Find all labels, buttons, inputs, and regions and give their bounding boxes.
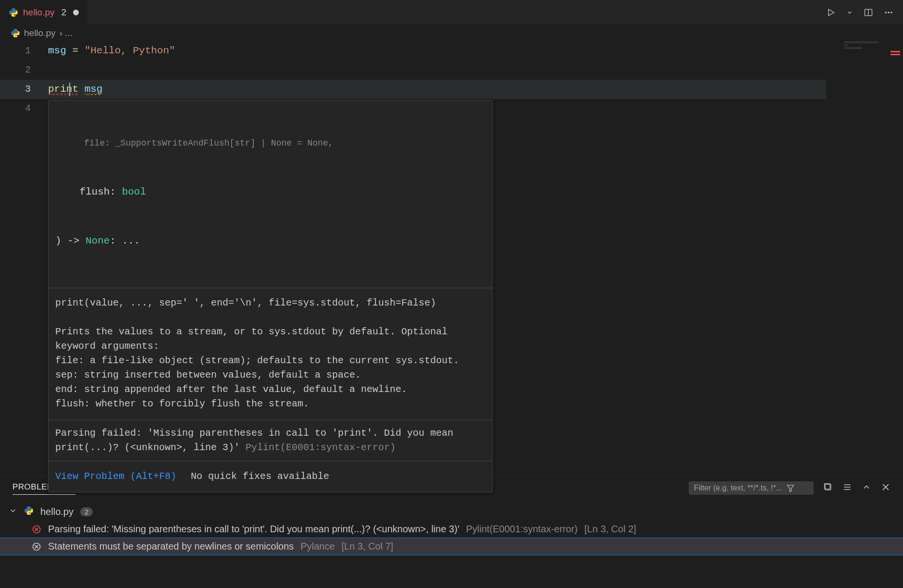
code-content[interactable]: msg = "Hello, Python" print msg file: _S… [48, 41, 903, 118]
run-icon[interactable] [826, 8, 836, 17]
chevron-down-icon [9, 506, 17, 517]
tab-filename: hello.py [23, 7, 55, 18]
problems-filter-input[interactable]: Filter (e.g. text, **/*.ts, !*... [689, 481, 814, 495]
editor-tab[interactable]: hello.py 2 [0, 0, 88, 24]
hover-signature: file: _SupportsWriteAndFlush[str] | None… [49, 100, 492, 288]
python-icon [11, 28, 20, 38]
breadcrumb[interactable]: hello.py › ... [0, 25, 903, 41]
problem-item[interactable]: Parsing failed: 'Missing parentheses in … [9, 521, 894, 538]
tab-dirty-indicator [73, 10, 79, 15]
problems-file-name: hello.py [40, 506, 74, 517]
problems-file-row[interactable]: hello.py 2 [9, 503, 894, 521]
code-line-3[interactable]: print msg [48, 80, 903, 99]
hover-error: Parsing failed: 'Missing parentheses in … [49, 420, 492, 461]
tab-problem-count: 2 [60, 7, 69, 18]
python-icon [9, 8, 18, 17]
editor-actions [826, 0, 903, 24]
hover-status-bar: View Problem (Alt+F8) No quick fixes ava… [49, 461, 492, 492]
svg-point-3 [885, 12, 887, 13]
svg-point-5 [891, 12, 892, 13]
filter-icon [786, 484, 795, 492]
problems-list: hello.py 2 Parsing failed: 'Missing pare… [0, 500, 903, 558]
hover-documentation: print(value, ..., sep=' ', end='\n', fil… [49, 288, 492, 420]
error-icon [32, 542, 41, 551]
problem-item[interactable]: Statements must be separated by newlines… [0, 538, 903, 555]
problems-file-count: 2 [80, 507, 93, 516]
text-cursor [69, 83, 70, 96]
line-gutter: 1 2 3 4 [0, 41, 43, 118]
error-icon [32, 525, 41, 534]
split-editor-icon[interactable] [864, 8, 873, 17]
svg-marker-0 [829, 9, 834, 15]
panel-close-icon[interactable] [881, 482, 891, 494]
hover-tooltip[interactable]: file: _SupportsWriteAndFlush[str] | None… [48, 100, 493, 492]
bottom-panel: PROBLEMS 2 OUTPUT TERMINAL Filter (e.g. … [0, 476, 903, 588]
svg-point-4 [888, 12, 890, 13]
minimap[interactable] [844, 41, 902, 70]
python-icon [24, 506, 34, 518]
collapse-all-icon[interactable] [823, 482, 833, 494]
code-line-2[interactable] [48, 61, 903, 80]
more-actions-icon[interactable] [884, 8, 893, 17]
breadcrumb-file: hello.py [24, 28, 56, 38]
filter-placeholder: Filter (e.g. text, **/*.ts, !*... [694, 484, 782, 492]
no-quick-fix-label: No quick fixes available [191, 467, 329, 486]
panel-chevron-icon[interactable] [862, 482, 871, 494]
breadcrumb-rest: › ... [60, 28, 73, 38]
view-as-tree-icon[interactable] [842, 482, 852, 494]
editor[interactable]: 1 2 3 4 msg = "Hello, Python" print msg … [0, 41, 903, 476]
code-line-1[interactable]: msg = "Hello, Python" [48, 41, 903, 61]
svg-marker-6 [787, 485, 794, 492]
run-dropdown-icon[interactable] [846, 9, 853, 16]
tab-bar: hello.py 2 [0, 0, 903, 25]
view-problem-link[interactable]: View Problem (Alt+F8) [55, 467, 176, 486]
